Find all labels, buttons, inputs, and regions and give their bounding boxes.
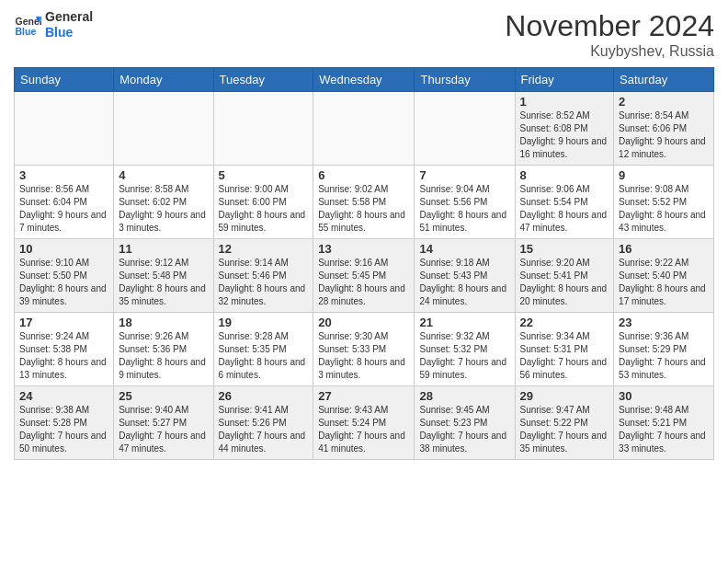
day-number: 13 [318, 242, 409, 256]
day-number: 21 [419, 316, 509, 329]
month-title: November 2024 [505, 9, 714, 43]
day-number: 10 [19, 242, 108, 256]
day-number: 19 [219, 316, 309, 329]
day-info: Sunrise: 9:18 AM Sunset: 5:43 PM Dayligh… [419, 257, 509, 308]
day-info: Sunrise: 9:16 AM Sunset: 5:45 PM Dayligh… [318, 257, 409, 308]
day-number: 15 [520, 242, 609, 256]
day-number: 14 [419, 242, 509, 256]
day-number: 29 [520, 389, 609, 403]
day-number: 11 [119, 242, 208, 256]
day-info: Sunrise: 9:32 AM Sunset: 5:32 PM Dayligh… [419, 330, 509, 382]
calendar-cell: 10Sunrise: 9:10 AM Sunset: 5:50 PM Dayli… [15, 239, 114, 313]
calendar-cell: 25Sunrise: 9:40 AM Sunset: 5:27 PM Dayli… [114, 386, 213, 460]
day-info: Sunrise: 9:20 AM Sunset: 5:41 PM Dayligh… [520, 257, 609, 308]
page-container: General Blue General Blue November 2024 … [0, 0, 728, 469]
calendar-week-5: 24Sunrise: 9:38 AM Sunset: 5:28 PM Dayli… [15, 386, 714, 460]
day-number: 1 [520, 95, 609, 109]
logo-general: General [45, 9, 93, 25]
day-info: Sunrise: 9:12 AM Sunset: 5:48 PM Dayligh… [119, 257, 208, 308]
svg-text:Blue: Blue [16, 25, 37, 36]
day-info: Sunrise: 8:52 AM Sunset: 6:08 PM Dayligh… [520, 109, 609, 161]
day-info: Sunrise: 9:45 AM Sunset: 5:23 PM Dayligh… [419, 404, 509, 455]
logo-icon: General Blue [14, 11, 41, 39]
day-number: 2 [619, 95, 709, 109]
col-monday: Monday [114, 68, 213, 92]
day-number: 27 [318, 389, 409, 403]
day-info: Sunrise: 9:06 AM Sunset: 5:54 PM Dayligh… [520, 183, 609, 235]
day-number: 4 [119, 168, 208, 182]
day-info: Sunrise: 9:30 AM Sunset: 5:33 PM Dayligh… [318, 330, 409, 382]
calendar-cell [114, 92, 213, 166]
calendar-cell: 12Sunrise: 9:14 AM Sunset: 5:46 PM Dayli… [213, 239, 313, 313]
day-number: 24 [19, 389, 108, 403]
calendar-cell [15, 92, 114, 166]
calendar-week-3: 10Sunrise: 9:10 AM Sunset: 5:50 PM Dayli… [15, 239, 714, 313]
header: General Blue General Blue November 2024 … [14, 9, 714, 60]
calendar-week-1: 1Sunrise: 8:52 AM Sunset: 6:08 PM Daylig… [15, 92, 714, 166]
day-number: 12 [219, 242, 309, 256]
col-friday: Friday [515, 68, 614, 92]
day-info: Sunrise: 9:00 AM Sunset: 6:00 PM Dayligh… [219, 183, 309, 235]
calendar-cell [415, 92, 515, 166]
calendar-cell [313, 92, 415, 166]
calendar-cell: 29Sunrise: 9:47 AM Sunset: 5:22 PM Dayli… [515, 386, 614, 460]
logo-blue: Blue [45, 25, 93, 40]
day-info: Sunrise: 9:08 AM Sunset: 5:52 PM Dayligh… [619, 183, 709, 235]
day-number: 28 [419, 389, 509, 403]
calendar-cell: 7Sunrise: 9:04 AM Sunset: 5:56 PM Daylig… [415, 166, 515, 239]
day-info: Sunrise: 8:56 AM Sunset: 6:04 PM Dayligh… [19, 183, 108, 235]
calendar-cell: 5Sunrise: 9:00 AM Sunset: 6:00 PM Daylig… [213, 166, 313, 239]
day-number: 26 [219, 389, 309, 403]
day-number: 3 [19, 168, 108, 182]
day-info: Sunrise: 9:10 AM Sunset: 5:50 PM Dayligh… [19, 257, 108, 308]
day-info: Sunrise: 9:48 AM Sunset: 5:21 PM Dayligh… [619, 404, 709, 455]
calendar-header-row: Sunday Monday Tuesday Wednesday Thursday… [15, 68, 714, 92]
day-info: Sunrise: 9:02 AM Sunset: 5:58 PM Dayligh… [318, 183, 409, 235]
calendar-cell: 17Sunrise: 9:24 AM Sunset: 5:38 PM Dayli… [15, 313, 114, 386]
calendar-cell: 28Sunrise: 9:45 AM Sunset: 5:23 PM Dayli… [415, 386, 515, 460]
day-number: 9 [619, 168, 709, 182]
calendar-cell: 16Sunrise: 9:22 AM Sunset: 5:40 PM Dayli… [614, 239, 714, 313]
calendar-cell: 26Sunrise: 9:41 AM Sunset: 5:26 PM Dayli… [213, 386, 313, 460]
location: Kuybyshev, Russia [505, 43, 714, 60]
calendar-cell: 14Sunrise: 9:18 AM Sunset: 5:43 PM Dayli… [415, 239, 515, 313]
calendar-cell: 3Sunrise: 8:56 AM Sunset: 6:04 PM Daylig… [15, 166, 114, 239]
col-wednesday: Wednesday [313, 68, 415, 92]
day-info: Sunrise: 9:28 AM Sunset: 5:35 PM Dayligh… [219, 330, 309, 382]
day-info: Sunrise: 9:38 AM Sunset: 5:28 PM Dayligh… [19, 404, 108, 455]
title-section: November 2024 Kuybyshev, Russia [505, 9, 714, 60]
day-info: Sunrise: 9:22 AM Sunset: 5:40 PM Dayligh… [619, 257, 709, 308]
calendar-cell: 11Sunrise: 9:12 AM Sunset: 5:48 PM Dayli… [114, 239, 213, 313]
day-number: 5 [219, 168, 309, 182]
day-number: 7 [419, 168, 509, 182]
day-info: Sunrise: 8:58 AM Sunset: 6:02 PM Dayligh… [119, 183, 208, 235]
calendar-cell: 13Sunrise: 9:16 AM Sunset: 5:45 PM Dayli… [313, 239, 415, 313]
calendar-cell: 6Sunrise: 9:02 AM Sunset: 5:58 PM Daylig… [313, 166, 415, 239]
calendar-week-4: 17Sunrise: 9:24 AM Sunset: 5:38 PM Dayli… [15, 313, 714, 386]
calendar-cell: 1Sunrise: 8:52 AM Sunset: 6:08 PM Daylig… [515, 92, 614, 166]
day-number: 16 [619, 242, 709, 256]
day-info: Sunrise: 9:04 AM Sunset: 5:56 PM Dayligh… [419, 183, 509, 235]
day-number: 8 [520, 168, 609, 182]
day-number: 30 [619, 389, 709, 403]
logo: General Blue General Blue [14, 9, 93, 40]
calendar-cell: 22Sunrise: 9:34 AM Sunset: 5:31 PM Dayli… [515, 313, 614, 386]
day-number: 22 [520, 316, 609, 329]
day-number: 18 [119, 316, 208, 329]
day-info: Sunrise: 9:34 AM Sunset: 5:31 PM Dayligh… [520, 330, 609, 382]
col-saturday: Saturday [614, 68, 714, 92]
calendar-cell: 20Sunrise: 9:30 AM Sunset: 5:33 PM Dayli… [313, 313, 415, 386]
calendar-cell: 15Sunrise: 9:20 AM Sunset: 5:41 PM Dayli… [515, 239, 614, 313]
calendar-cell: 24Sunrise: 9:38 AM Sunset: 5:28 PM Dayli… [15, 386, 114, 460]
calendar-week-2: 3Sunrise: 8:56 AM Sunset: 6:04 PM Daylig… [15, 166, 714, 239]
day-number: 23 [619, 316, 709, 329]
calendar-cell: 23Sunrise: 9:36 AM Sunset: 5:29 PM Dayli… [614, 313, 714, 386]
calendar-cell: 30Sunrise: 9:48 AM Sunset: 5:21 PM Dayli… [614, 386, 714, 460]
day-info: Sunrise: 9:40 AM Sunset: 5:27 PM Dayligh… [119, 404, 208, 455]
day-info: Sunrise: 9:26 AM Sunset: 5:36 PM Dayligh… [119, 330, 208, 382]
calendar-cell [213, 92, 313, 166]
calendar-table: Sunday Monday Tuesday Wednesday Thursday… [14, 67, 714, 460]
col-tuesday: Tuesday [213, 68, 313, 92]
calendar-cell: 27Sunrise: 9:43 AM Sunset: 5:24 PM Dayli… [313, 386, 415, 460]
day-info: Sunrise: 9:36 AM Sunset: 5:29 PM Dayligh… [619, 330, 709, 382]
